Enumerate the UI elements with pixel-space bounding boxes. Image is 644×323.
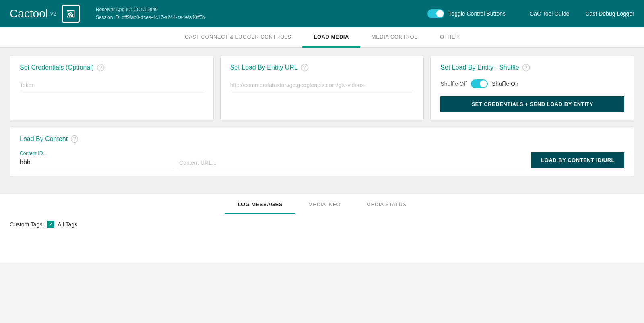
- entity-url-input[interactable]: [230, 79, 414, 91]
- credentials-panel-title: Set Credentials (Optional) ?: [20, 64, 204, 71]
- tab-load-media[interactable]: LOAD MEDIA: [302, 27, 360, 48]
- load-by-content-inner: Content ID... LOAD BY CONTENT ID/URL: [20, 151, 624, 168]
- load-by-content-panel: Load By Content ? Content ID... LOAD BY …: [10, 127, 634, 176]
- bottom-content: Custom Tags: All Tags: [0, 214, 644, 263]
- load-by-content-title: Load By Content ?: [20, 135, 624, 143]
- toggle-label: Toggle Control Buttons: [448, 10, 506, 17]
- bottom-section-wrapper: LOG MESSAGES MEDIA INFO MEDIA STATUS Cus…: [0, 191, 644, 263]
- cast-debug-logger-link[interactable]: Cast Debug Logger: [586, 10, 634, 17]
- logo: Cactool v2: [10, 5, 88, 23]
- tab-log-messages[interactable]: LOG MESSAGES: [225, 196, 295, 214]
- tab-media-status[interactable]: MEDIA STATUS: [353, 196, 419, 214]
- bottom-tabs: LOG MESSAGES MEDIA INFO MEDIA STATUS: [0, 194, 644, 214]
- toggle-section: Toggle Control Buttons: [427, 9, 506, 18]
- credentials-help-icon[interactable]: ?: [97, 64, 104, 71]
- header-links: CaC Tool Guide Cast Debug Logger: [530, 10, 634, 17]
- cac-tool-guide-link[interactable]: CaC Tool Guide: [530, 10, 570, 17]
- load-by-content-help-icon[interactable]: ?: [71, 135, 78, 143]
- shuffle-off-label: Shuffle Off: [440, 81, 467, 87]
- content-id-input[interactable]: [20, 157, 173, 168]
- tab-other[interactable]: OTHER: [429, 27, 471, 48]
- app-name: Cactool: [10, 7, 48, 20]
- all-tags-checkbox[interactable]: [47, 221, 54, 228]
- header-ids: Receiver App ID: CC1AD845 Session ID: df…: [96, 6, 205, 21]
- custom-tags-row: Custom Tags: All Tags: [10, 221, 634, 228]
- bottom-section: LOG MESSAGES MEDIA INFO MEDIA STATUS Cus…: [0, 194, 644, 263]
- set-credentials-send-load-entity-button[interactable]: SET CREDENTIALS + SEND LOAD BY ENTITY: [440, 96, 624, 112]
- credentials-panel: Set Credentials (Optional) ?: [10, 56, 214, 120]
- entity-url-panel: Set Load By Entity URL ?: [220, 56, 424, 120]
- app-version: v2: [50, 10, 56, 17]
- entity-shuffle-panel-title: Set Load By Entity - Shuffle ?: [440, 64, 624, 71]
- all-tags-label: All Tags: [58, 221, 77, 228]
- header: Cactool v2 Receiver App ID: CC1AD845 Ses…: [0, 0, 644, 27]
- receiver-app-id: Receiver App ID: CC1AD845: [96, 6, 205, 14]
- content-id-group: Content ID...: [20, 151, 173, 168]
- entity-shuffle-help-icon[interactable]: ?: [522, 64, 530, 71]
- tab-media-info[interactable]: MEDIA INFO: [295, 196, 353, 214]
- control-buttons-toggle[interactable]: [427, 9, 444, 18]
- load-by-content-button[interactable]: LOAD BY CONTENT ID/URL: [531, 152, 624, 168]
- content-id-label: Content ID...: [20, 151, 173, 156]
- session-id: Session ID: dff9fab0-dcea-4c17-a244-ca4e…: [96, 14, 205, 21]
- token-input[interactable]: [20, 79, 204, 91]
- cast-icon: [62, 5, 80, 23]
- entity-url-panel-title: Set Load By Entity URL ?: [230, 64, 414, 71]
- shuffle-on-label: Shuffle On: [492, 81, 518, 87]
- tab-cast-connect[interactable]: CAST CONNECT & LOGGER CONTROLS: [173, 27, 302, 48]
- nav-tabs: CAST CONNECT & LOGGER CONTROLS LOAD MEDI…: [0, 27, 644, 48]
- entity-url-help-icon[interactable]: ?: [301, 64, 308, 71]
- tab-media-control[interactable]: MEDIA CONTROL: [360, 27, 429, 48]
- main-content: Set Credentials (Optional) ? Set Load By…: [0, 48, 644, 191]
- shuffle-toggle[interactable]: [471, 79, 488, 88]
- custom-tags-label: Custom Tags:: [10, 221, 44, 228]
- shuffle-toggle-row: Shuffle Off Shuffle On: [440, 79, 624, 88]
- content-url-input[interactable]: [179, 158, 525, 168]
- top-panels-row: Set Credentials (Optional) ? Set Load By…: [10, 56, 634, 120]
- entity-shuffle-panel: Set Load By Entity - Shuffle ? Shuffle O…: [430, 56, 634, 120]
